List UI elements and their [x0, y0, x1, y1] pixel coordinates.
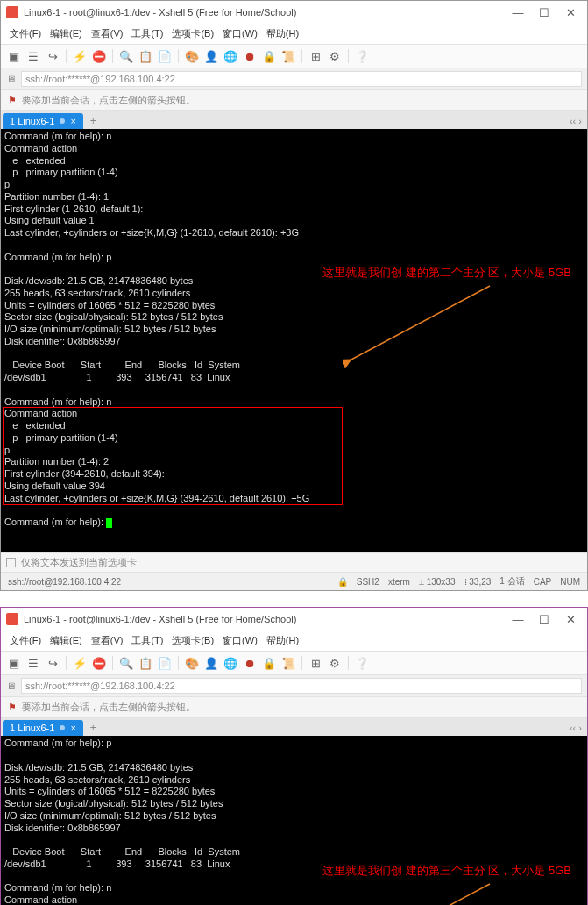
help-icon[interactable]: ❔ [354, 48, 370, 64]
toolbar-sep [66, 656, 67, 670]
lock-icon[interactable]: 🔒 [261, 655, 277, 671]
arrow-icon[interactable]: ↪ [45, 655, 60, 671]
window-title: Linux6-1 - root@linux6-1:/dev - Xshell 5… [24, 7, 505, 18]
close-button[interactable]: ✕ [557, 609, 584, 629]
cursor [106, 518, 112, 528]
menu-tools[interactable]: 工具(T) [128, 632, 166, 649]
titlebar[interactable]: Linux6-1 - root@linux6-1:/dev - Xshell 5… [1, 1, 587, 24]
toolbar-sep [348, 656, 349, 670]
color-icon[interactable]: 🎨 [184, 48, 200, 64]
toolbar-sep [348, 49, 349, 63]
terminal[interactable]: Command (m for help): n Command action e… [1, 129, 587, 552]
minimize-button[interactable]: — [505, 3, 531, 22]
status-num: NUM [560, 577, 580, 587]
toolbar-sep [178, 49, 179, 63]
tab-nav-icon[interactable]: ‹‹ › [566, 723, 585, 733]
flag-icon: ⚑ [8, 95, 17, 106]
new-tab-button[interactable]: + [85, 722, 102, 734]
tab-bar: 1 Linux6-1 × + ‹‹ › [1, 111, 587, 129]
menu-window[interactable]: 窗口(W) [219, 25, 261, 42]
menubar: 文件(F) 编辑(E) 查看(V) 工具(T) 选项卡(B) 窗口(W) 帮助(… [1, 631, 587, 652]
minimize-button[interactable]: — [505, 609, 531, 629]
menu-view[interactable]: 查看(V) [88, 632, 127, 649]
maximize-button[interactable]: ☐ [531, 3, 557, 22]
paste-icon[interactable]: 📄 [157, 655, 173, 671]
toolbar-sep [301, 49, 302, 63]
menu-edit[interactable]: 编辑(E) [46, 632, 86, 649]
new-session-icon[interactable]: ▣ [6, 48, 22, 64]
menu-file[interactable]: 文件(F) [6, 25, 45, 42]
terminal[interactable]: Command (m for help): p Disk /dev/sdb: 2… [1, 736, 587, 905]
status-cursor: ⁞ 33,23 [464, 577, 492, 587]
send-bar: 仅将文本发送到当前选项卡 [1, 552, 587, 572]
gear-icon[interactable]: ⚙ [327, 655, 343, 671]
address-input[interactable] [21, 71, 582, 87]
send-label: 仅将文本发送到当前选项卡 [21, 556, 137, 569]
tab-bar: 1 Linux6-1 × + ‹‹ › [1, 718, 587, 736]
layout-icon[interactable]: ⊞ [308, 655, 323, 671]
script-icon[interactable]: 📜 [280, 48, 296, 64]
maximize-button[interactable]: ☐ [531, 609, 557, 629]
arrow-icon[interactable]: ↪ [45, 48, 60, 64]
ssh-icon: 🖥 [6, 681, 16, 691]
copy-icon[interactable]: 📋 [138, 48, 153, 64]
address-input[interactable] [21, 678, 582, 694]
open-icon[interactable]: ☰ [25, 655, 41, 671]
address-bar: 🖥 [1, 68, 587, 90]
help-bar: ⚑ 要添加当前会话，点击左侧的箭头按钮。 [1, 90, 587, 111]
terminal-output: Command (m for help): p Disk /dev/sdb: 2… [4, 738, 315, 905]
status-sessions: 1 会话 [499, 575, 524, 588]
script-icon[interactable]: 📜 [280, 655, 296, 671]
ssh-icon: 🖥 [6, 74, 16, 84]
record-icon[interactable]: ⏺ [242, 48, 258, 64]
toolbar-sep [112, 49, 113, 63]
color-icon[interactable]: 🎨 [184, 655, 200, 671]
copy-icon[interactable]: 📋 [138, 655, 153, 671]
tab-session[interactable]: 1 Linux6-1 × [3, 113, 83, 129]
search-icon[interactable]: 🔍 [118, 48, 134, 64]
menu-edit[interactable]: 编辑(E) [46, 25, 86, 42]
menu-tabs[interactable]: 选项卡(B) [168, 632, 217, 649]
globe-icon[interactable]: 🌐 [223, 655, 238, 671]
user-icon[interactable]: 👤 [203, 655, 219, 671]
record-icon[interactable]: ⏺ [242, 655, 258, 671]
disconnect-icon[interactable]: ⛔ [91, 655, 107, 671]
xshell-window-1: Linux6-1 - root@linux6-1:/dev - Xshell 5… [0, 0, 588, 591]
status-conn: ssh://root@192.168.100.4:22 [8, 577, 121, 587]
send-checkbox[interactable] [6, 558, 16, 567]
lock-icon[interactable]: 🔒 [261, 48, 277, 64]
menu-help[interactable]: 帮助(H) [263, 25, 302, 42]
toolbar-sep [178, 656, 179, 670]
tab-session[interactable]: 1 Linux6-1 × [3, 720, 83, 736]
window-title: Linux6-1 - root@linux6-1:/dev - Xshell 5… [24, 614, 505, 624]
layout-icon[interactable]: ⊞ [308, 48, 323, 64]
menu-help[interactable]: 帮助(H) [263, 632, 302, 649]
help-icon[interactable]: ❔ [354, 655, 370, 671]
menu-file[interactable]: 文件(F) [6, 632, 45, 649]
new-session-icon[interactable]: ▣ [6, 655, 22, 671]
menu-tools[interactable]: 工具(T) [128, 25, 166, 42]
titlebar[interactable]: Linux6-1 - root@linux6-1:/dev - Xshell 5… [1, 608, 587, 631]
status-bar: ssh://root@192.168.100.4:22 🔒 SSH2 xterm… [1, 572, 587, 590]
menu-tabs[interactable]: 选项卡(B) [168, 25, 217, 42]
search-icon[interactable]: 🔍 [118, 655, 134, 671]
close-button[interactable]: ✕ [557, 3, 584, 22]
open-icon[interactable]: ☰ [25, 48, 41, 64]
disconnect-icon[interactable]: ⛔ [91, 48, 107, 64]
lock-icon: 🔒 [337, 577, 348, 587]
tab-close-icon[interactable]: × [70, 723, 75, 733]
status-proto: SSH2 [357, 577, 379, 587]
tab-close-icon[interactable]: × [70, 116, 75, 126]
menu-window[interactable]: 窗口(W) [219, 632, 261, 649]
menu-view[interactable]: 查看(V) [88, 25, 127, 42]
gear-icon[interactable]: ⚙ [327, 48, 343, 64]
connect-icon[interactable]: ⚡ [72, 655, 88, 671]
new-tab-button[interactable]: + [85, 115, 102, 127]
globe-icon[interactable]: 🌐 [223, 48, 238, 64]
tab-nav-icon[interactable]: ‹‹ › [566, 116, 585, 126]
paste-icon[interactable]: 📄 [157, 48, 173, 64]
flag-icon: ⚑ [8, 702, 17, 713]
help-text: 要添加当前会话，点击左侧的箭头按钮。 [22, 94, 195, 107]
user-icon[interactable]: 👤 [203, 48, 219, 64]
connect-icon[interactable]: ⚡ [72, 48, 88, 64]
